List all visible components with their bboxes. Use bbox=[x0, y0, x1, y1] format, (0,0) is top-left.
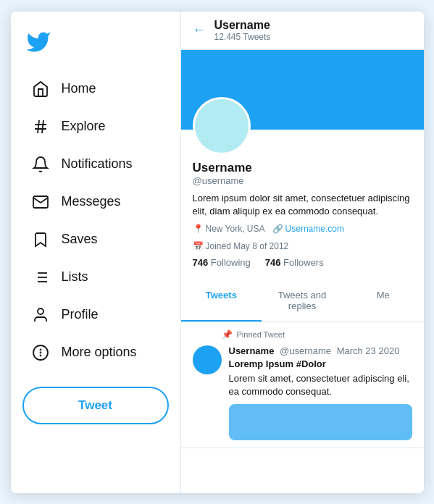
sidebar: Home Explore Notifications bbox=[11, 12, 181, 493]
tweet-meta: Username @username March 23 2020 bbox=[229, 345, 412, 356]
hash-icon bbox=[31, 117, 50, 136]
sidebar-item-home[interactable]: Home bbox=[17, 71, 175, 107]
more-circle-icon bbox=[31, 343, 50, 362]
joined-meta: 📅 Joined May 8 of 2012 bbox=[193, 241, 289, 251]
sidebar-item-home-label: Home bbox=[62, 81, 96, 96]
sidebar-item-explore[interactable]: Explore bbox=[17, 109, 175, 145]
svg-line-2 bbox=[38, 120, 39, 133]
main-content: ← Username 12.445 Tweets Username @usern… bbox=[181, 12, 424, 493]
location-meta: 📍 New York, USA bbox=[193, 224, 265, 234]
svg-point-10 bbox=[38, 308, 43, 314]
followers-stat[interactable]: 746 Followers bbox=[265, 257, 324, 268]
profile-handle: @username bbox=[193, 175, 412, 186]
profile-bio: Lorem ipsum dolor sit amet, consectetuer… bbox=[193, 192, 412, 218]
tab-tweets[interactable]: Tweets bbox=[181, 281, 262, 322]
profile-meta: 📍 New York, USA 🔗 Username.com 📅 Joined … bbox=[193, 224, 412, 251]
pinned-tweet: 📌 Pinned Tweet Username @username March … bbox=[181, 322, 424, 449]
svg-point-16 bbox=[40, 352, 41, 353]
sidebar-item-messages-label: Messeges bbox=[62, 194, 121, 209]
mail-icon bbox=[31, 193, 50, 211]
tweet-button[interactable]: Tweet bbox=[22, 387, 169, 424]
profile-info-section: Username @username Lorem ipsum dolor sit… bbox=[181, 161, 424, 281]
tweet-text: Lorem sit amet, consectetuer adipiscing … bbox=[229, 372, 412, 398]
tweet-button-label: Tweet bbox=[78, 398, 112, 412]
tab-me[interactable]: Me bbox=[343, 281, 424, 322]
sidebar-nav: Home Explore Notifications bbox=[11, 70, 180, 372]
sidebar-item-notifications[interactable]: Notifications bbox=[17, 146, 175, 182]
tweet-user: Username bbox=[229, 345, 275, 356]
following-label: Following bbox=[211, 257, 251, 268]
sidebar-item-notifications-label: Notifications bbox=[62, 156, 133, 172]
following-count: 746 bbox=[193, 257, 209, 268]
user-icon bbox=[31, 306, 50, 324]
sidebar-item-profile[interactable]: Profile bbox=[17, 297, 175, 333]
website-link[interactable]: Username.com bbox=[285, 224, 344, 234]
sidebar-item-profile-label: Profile bbox=[62, 307, 99, 322]
pin-icon: 📌 bbox=[222, 329, 233, 340]
tweet-avatar bbox=[193, 345, 222, 374]
sidebar-item-saves-label: Saves bbox=[62, 232, 98, 247]
list-icon bbox=[31, 268, 50, 287]
header-username: Username bbox=[214, 19, 271, 32]
tweet-title: Loremp Ipsum #Dolor bbox=[229, 358, 412, 371]
tweet-handle: @username bbox=[280, 345, 331, 356]
profile-stats: 746 Following 746 Followers bbox=[193, 257, 412, 268]
tweet-date: March 23 2020 bbox=[337, 345, 400, 356]
sidebar-item-lists-label: Lists bbox=[62, 269, 88, 285]
sidebar-item-messages[interactable]: Messeges bbox=[17, 184, 175, 220]
pinned-text: Pinned Tweet bbox=[237, 330, 285, 339]
profile-header-bar: ← Username 12.445 Tweets bbox=[181, 12, 424, 50]
twitter-logo-icon bbox=[25, 29, 51, 55]
tweet-content: Username @username March 23 2020 Loremp … bbox=[193, 345, 412, 441]
sidebar-logo bbox=[11, 23, 180, 70]
profile-name: Username bbox=[193, 161, 412, 175]
tweet-image-preview bbox=[229, 404, 412, 440]
svg-point-15 bbox=[40, 349, 41, 350]
home-icon bbox=[31, 80, 50, 98]
calendar-icon: 📅 bbox=[193, 241, 204, 251]
sidebar-item-lists[interactable]: Lists bbox=[17, 259, 175, 295]
sidebar-item-more-label: More options bbox=[62, 345, 137, 360]
location-text: New York, USA bbox=[206, 224, 265, 234]
followers-label: Followers bbox=[283, 257, 324, 268]
joined-text: Joined May 8 of 2012 bbox=[206, 241, 289, 251]
website-meta: 🔗 Username.com bbox=[272, 224, 344, 234]
app-container: Home Explore Notifications bbox=[11, 12, 424, 493]
sidebar-item-explore-label: Explore bbox=[62, 119, 106, 134]
sidebar-item-more[interactable]: More options bbox=[17, 335, 175, 371]
profile-tabs: Tweets Tweets and replies Me bbox=[181, 281, 424, 322]
bell-icon bbox=[31, 155, 50, 174]
avatar-wrap bbox=[193, 97, 251, 155]
header-tweets-count: 12.445 Tweets bbox=[214, 32, 271, 42]
avatar bbox=[193, 97, 251, 155]
followers-count: 746 bbox=[265, 257, 281, 268]
pinned-label: 📌 Pinned Tweet bbox=[222, 329, 412, 340]
bookmark-icon bbox=[31, 230, 50, 249]
following-stat[interactable]: 746 Following bbox=[193, 257, 251, 268]
tweet-body: Username @username March 23 2020 Loremp … bbox=[229, 345, 412, 441]
tweets-section: 📌 Pinned Tweet Username @username March … bbox=[181, 322, 424, 493]
link-icon: 🔗 bbox=[272, 224, 283, 234]
avatar-section bbox=[181, 130, 424, 161]
location-icon: 📍 bbox=[193, 224, 204, 234]
sidebar-item-saves[interactable]: Saves bbox=[17, 222, 175, 258]
tab-tweets-replies[interactable]: Tweets and replies bbox=[262, 281, 343, 322]
header-info: Username 12.445 Tweets bbox=[214, 19, 271, 42]
svg-line-3 bbox=[42, 120, 43, 133]
svg-point-17 bbox=[40, 355, 41, 356]
back-button[interactable]: ← bbox=[193, 22, 206, 38]
